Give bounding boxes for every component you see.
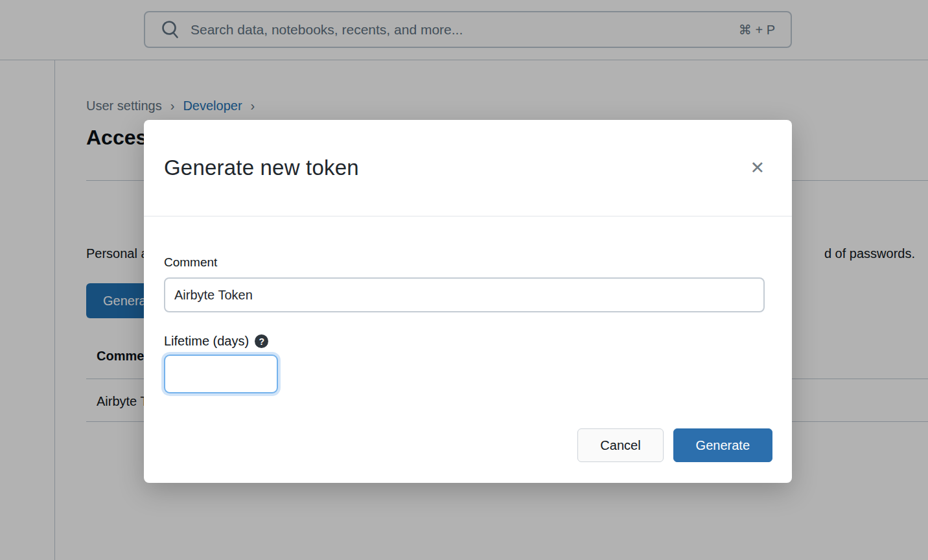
dialog-title: Generate new token	[164, 156, 359, 180]
generate-token-dialog: Generate new token ✕ Comment Lifetime (d…	[144, 120, 792, 483]
close-icon[interactable]: ✕	[747, 157, 767, 180]
help-icon[interactable]: ?	[255, 334, 268, 348]
generate-button[interactable]: Generate	[673, 428, 772, 462]
lifetime-field[interactable]	[164, 355, 278, 393]
dialog-body: Comment Lifetime (days) ?	[144, 216, 792, 393]
cancel-button[interactable]: Cancel	[577, 428, 663, 462]
lifetime-label: Lifetime (days)	[164, 334, 249, 349]
comment-field[interactable]	[164, 277, 765, 312]
dialog-footer: Cancel Generate	[577, 428, 772, 462]
app-window: Search data, notebooks, recents, and mor…	[0, 0, 928, 560]
dialog-header: Generate new token ✕	[144, 120, 792, 216]
comment-label: Comment	[164, 255, 765, 270]
lifetime-label-row: Lifetime (days) ?	[164, 334, 765, 349]
